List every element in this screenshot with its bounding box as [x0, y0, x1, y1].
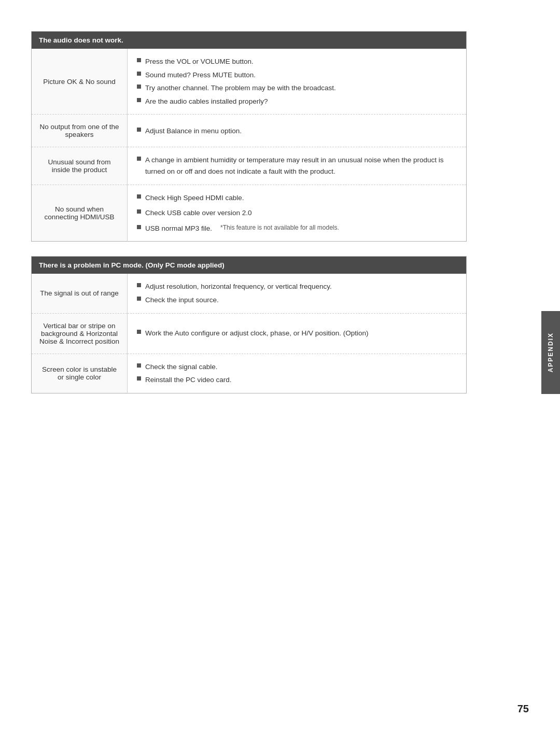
bullet-item: Work the Auto configure or adjust clock,… — [137, 328, 457, 339]
pc-mode-table: There is a problem in PC mode. (Only PC … — [31, 256, 467, 393]
table-row: Vertical bar or stripe on background & H… — [32, 313, 467, 354]
solution-text: Check High Speed HDMI cable. — [145, 192, 244, 204]
solution-text: Reinstall the PC video card. — [145, 374, 232, 386]
problem-cell: Vertical bar or stripe on background & H… — [32, 313, 128, 354]
bullet-icon — [137, 209, 141, 214]
table-row: No output from one of the speakersAdjust… — [32, 115, 467, 147]
bullet-item: Press the VOL or VOLUME button. — [137, 56, 457, 67]
problem-cell: No output from one of the speakers — [32, 115, 128, 147]
solution-cell: Adjust Balance in menu option. — [128, 115, 467, 147]
bullet-item: Reinstall the PC video card. — [137, 374, 457, 386]
bullet-item: USB normal MP3 file.*This feature is not… — [137, 223, 457, 234]
bullet-item: Are the audio cables installed properly? — [137, 96, 457, 107]
bullet-icon — [137, 157, 141, 161]
problem-cell: Screen color is unstable or single color — [32, 354, 128, 393]
table-row: The signal is out of rangeAdjust resolut… — [32, 274, 467, 313]
bullet-icon — [137, 330, 141, 334]
bullet-icon — [137, 85, 141, 89]
hdmi-solution-container: Check High Speed HDMI cable.Check USB ca… — [137, 192, 457, 234]
solution-cell: Check the signal cable.Reinstall the PC … — [128, 354, 467, 393]
solution-cell: Adjust resolution, horizontal frequency,… — [128, 274, 467, 313]
solution-text: Check USB cable over version 2.0 — [145, 207, 252, 219]
bullet-item: Check the signal cable. — [137, 361, 457, 373]
bullet-icon — [137, 194, 141, 199]
problem-cell: Unusual sound from inside the product — [32, 147, 128, 185]
bullet-icon — [137, 297, 141, 301]
solution-text: Are the audio cables installed properly? — [145, 96, 268, 107]
table-row: Screen color is unstable or single color… — [32, 354, 467, 393]
table-row: No sound when connecting HDMI/USBCheck H… — [32, 185, 467, 242]
bullet-icon — [137, 283, 141, 287]
bullet-item: Adjust Balance in menu option. — [137, 125, 457, 137]
solution-text: Press the VOL or VOLUME button. — [145, 56, 254, 67]
solution-text: Check the signal cable. — [145, 361, 218, 373]
bullet-item: Adjust resolution, horizontal frequency,… — [137, 281, 457, 292]
bullet-item: Check High Speed HDMI cable. — [137, 192, 457, 204]
problem-cell: Picture OK & No sound — [32, 49, 128, 115]
solution-text: Adjust Balance in menu option. — [145, 125, 242, 137]
audio-table-header: The audio does not work. — [32, 32, 467, 49]
solution-cell: A change in ambient humidity or temperat… — [128, 147, 467, 185]
bullet-icon — [137, 363, 141, 368]
solution-text: Try another channel. The problem may be … — [145, 82, 336, 94]
bullet-item: Check USB cable over version 2.0 — [137, 207, 457, 219]
solution-cell: Press the VOL or VOLUME button.Sound mut… — [128, 49, 467, 115]
table-row: Picture OK & No soundPress the VOL or VO… — [32, 49, 467, 115]
pc-mode-table-header: There is a problem in PC mode. (Only PC … — [32, 257, 467, 274]
appendix-label: APPENDIX — [547, 332, 554, 372]
footnote-text: *This feature is not available for all m… — [220, 223, 339, 233]
bullet-icon — [137, 58, 141, 62]
page-number: 75 — [517, 703, 529, 715]
table-row: Unusual sound from inside the productA c… — [32, 147, 467, 185]
bullet-icon — [137, 128, 141, 132]
problem-cell: The signal is out of range — [32, 274, 128, 313]
solution-cell: Check High Speed HDMI cable.Check USB ca… — [128, 185, 467, 242]
bullet-icon — [137, 98, 141, 102]
bullet-icon — [137, 225, 141, 229]
bullet-item: A change in ambient humidity or temperat… — [137, 154, 457, 177]
solution-text: Adjust resolution, horizontal frequency,… — [145, 281, 332, 292]
solution-cell: Work the Auto configure or adjust clock,… — [128, 313, 467, 354]
solution-text: Sound muted? Press MUTE button. — [145, 69, 256, 81]
bullet-item: Check the input source. — [137, 294, 457, 306]
solution-text: Check the input source. — [145, 294, 219, 306]
problem-cell: No sound when connecting HDMI/USB — [32, 185, 128, 242]
solution-text: Work the Auto configure or adjust clock,… — [145, 328, 368, 339]
solution-text: USB normal MP3 file. — [145, 223, 212, 234]
bullet-item: Sound muted? Press MUTE button. — [137, 69, 457, 81]
bullet-icon — [137, 376, 141, 381]
appendix-sidebar: APPENDIX — [541, 311, 560, 394]
bullet-item: Try another channel. The problem may be … — [137, 82, 457, 94]
audio-table: The audio does not work. Picture OK & No… — [31, 31, 467, 242]
bullet-icon — [137, 72, 141, 76]
solution-text: A change in ambient humidity or temperat… — [145, 154, 457, 177]
